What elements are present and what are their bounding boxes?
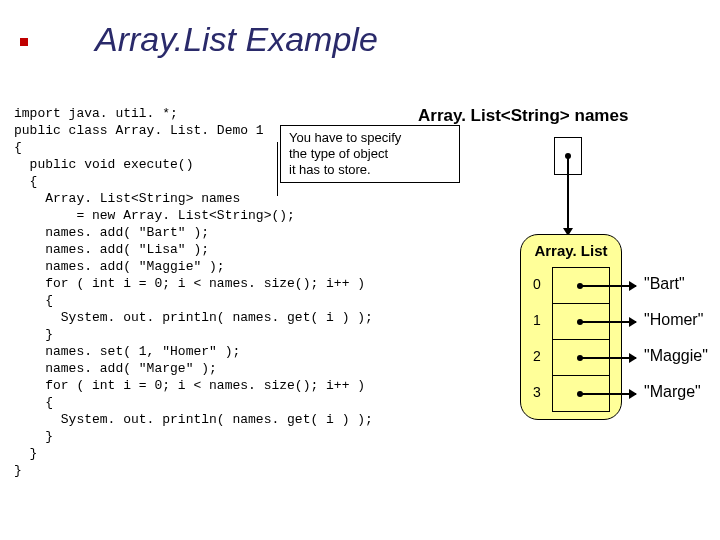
callout-connector: [277, 142, 279, 196]
reference-arrow-line: [567, 158, 569, 232]
cell-index: 2: [533, 348, 541, 364]
value-text-2: "Maggie": [644, 347, 708, 365]
value-arrow-2: [582, 357, 636, 359]
value-arrow-1: [582, 321, 636, 323]
callout-box: You have to specify the type of object i…: [280, 125, 460, 183]
value-arrow-0: [582, 285, 636, 287]
cell-index: 0: [533, 276, 541, 292]
value-text-0: "Bart": [644, 275, 685, 293]
arraylist-cells: 0 1 2 3: [552, 267, 610, 412]
callout-text-1: You have to specify: [289, 130, 451, 146]
callout-text-3: it has to store.: [289, 162, 451, 178]
callout-text-2: the type of object: [289, 146, 451, 162]
cell-index: 3: [533, 384, 541, 400]
variable-label: Array. List<String> names: [418, 106, 628, 126]
value-arrow-3: [582, 393, 636, 395]
page-title: Array.List Example: [95, 20, 378, 59]
value-text-3: "Marge": [644, 383, 701, 401]
arraylist-label: Array. List: [526, 242, 616, 259]
bullet-icon: [20, 38, 28, 46]
value-text-1: "Homer": [644, 311, 703, 329]
cell-index: 1: [533, 312, 541, 328]
